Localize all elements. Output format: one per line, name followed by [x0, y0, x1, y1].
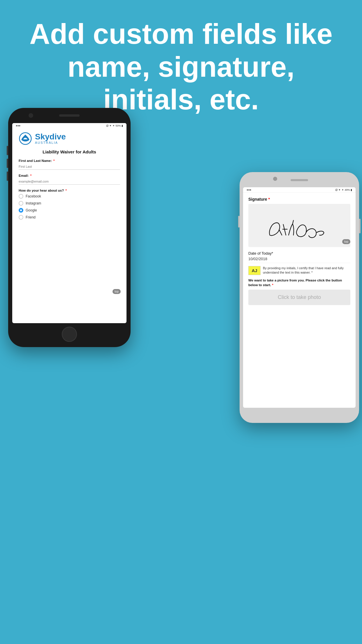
speaker-top-right — [291, 179, 308, 181]
date-required: * — [272, 251, 273, 256]
date-value: 10/02/2018 — [248, 257, 350, 263]
signal-right: ●●● — [247, 188, 251, 191]
signature-box[interactable] — [248, 204, 350, 247]
signature-drawing — [248, 204, 350, 247]
photo-instruction: We want to take a picture from you. Plea… — [248, 278, 350, 287]
required-name: * — [53, 159, 55, 162]
skydive-text: Skydive AUSTRALIA — [35, 133, 66, 144]
screen-content-left: Skydive AUSTRALIA Liability Waiver for A… — [12, 128, 126, 227]
photo-required: * — [272, 283, 273, 287]
date-field-label: Date of Today* — [248, 251, 350, 256]
skydive-icon — [19, 132, 32, 145]
required-radio: * — [65, 189, 66, 192]
radio-circle-instagram — [19, 201, 23, 206]
required-email: * — [30, 174, 31, 177]
form-group-radio: How do your hear about us? * Facebook In… — [19, 189, 120, 220]
skydive-name: Skydive — [35, 133, 66, 141]
skydive-logo: Skydive AUSTRALIA — [19, 132, 120, 145]
signal-left: ●●● — [16, 124, 20, 127]
home-button-left — [62, 327, 77, 342]
radio-group: Facebook Instagram Google Friend — [19, 194, 120, 220]
waiver-title: Liability Waiver for Adults — [19, 149, 120, 154]
screen-right: ●●● @ ✦ ✶ 49% ▮ Signature * — [243, 187, 356, 408]
radio-item-google[interactable]: Google — [19, 208, 120, 213]
radio-item-friend[interactable]: Friend — [19, 215, 120, 220]
power-button-right — [359, 219, 361, 233]
initials-certify-text: By providing my initials, I certify that… — [263, 266, 350, 275]
take-photo-button[interactable]: Click to take photo — [248, 290, 350, 305]
top-badge-left: top — [113, 289, 121, 294]
radio-item-facebook[interactable]: Facebook — [19, 194, 120, 199]
top-badge-right: top — [342, 239, 350, 244]
radio-circle-friend — [19, 215, 23, 220]
initials-box: AJ — [248, 266, 261, 275]
phone-right: ●●● @ ✦ ✶ 49% ▮ Signature * — [240, 172, 359, 423]
status-center-right: @ ✦ ✶ 49% ▮ — [335, 188, 352, 191]
radio-circle-facebook — [19, 194, 23, 199]
skydive-subtitle: AUSTRALIA — [35, 141, 66, 144]
initials-required: * — [311, 271, 312, 274]
initials-row: AJ By providing my initials, I certify t… — [248, 266, 350, 275]
form-group-name: First and Last Name: * — [19, 159, 120, 170]
signature-required: * — [268, 197, 270, 202]
signature-label: Signature * — [248, 197, 350, 202]
status-bar-left: ●●● @ ✦ ✶ 50% ▮ — [12, 123, 126, 128]
screen-content-right: Signature * — [243, 193, 356, 309]
speaker-top-left — [59, 114, 80, 117]
camera-right — [273, 177, 277, 181]
status-bar-right: ●●● @ ✦ ✶ 49% ▮ — [243, 187, 356, 193]
phones-container: ●●● @ ✦ ✶ 50% ▮ Skydive AUSTRALIA — [0, 99, 362, 642]
input-name[interactable] — [19, 164, 120, 170]
label-email: Email: * — [19, 174, 120, 177]
form-group-email: Email: * — [19, 174, 120, 185]
label-name: First and Last Name: * — [19, 159, 120, 162]
status-center-left: @ ✦ ✶ 50% ▮ — [106, 124, 123, 127]
camera-left — [29, 113, 33, 118]
vol-button-right — [238, 216, 240, 228]
input-email[interactable] — [19, 178, 120, 185]
volume-buttons — [7, 146, 8, 181]
phone-left: ●●● @ ✦ ✶ 50% ▮ Skydive AUSTRALIA — [8, 108, 131, 347]
radio-item-instagram[interactable]: Instagram — [19, 201, 120, 206]
screen-left: ●●● @ ✦ ✶ 50% ▮ Skydive AUSTRALIA — [12, 123, 126, 323]
radio-circle-google — [19, 208, 23, 213]
label-radio: How do your hear about us? * — [19, 189, 120, 192]
